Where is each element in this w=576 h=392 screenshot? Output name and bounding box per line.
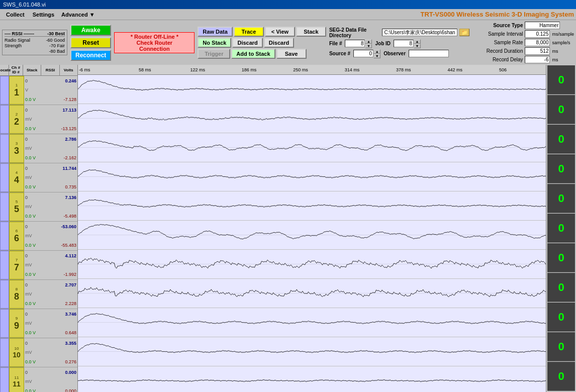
record-duration-input[interactable] <box>525 47 550 55</box>
menu-bar: Collect Settings Advanced ▼ TRT-VS000 Wi… <box>0 9 576 20</box>
header-stack: Stack <box>23 65 41 75</box>
channel-row: 5 5 0 7.136 mV 0.0 V -5.498 <box>0 192 77 222</box>
source-up[interactable]: ▲ <box>373 49 380 54</box>
header-ch: Ch # ID # <box>9 65 23 75</box>
source-spinner[interactable]: ▲ ▼ <box>353 49 380 58</box>
record-duration-label: Record Duration <box>472 48 523 54</box>
locate-button[interactable] <box>0 163 9 192</box>
channel-id: 11 11 <box>9 367 24 392</box>
observer-input[interactable] <box>409 50 449 57</box>
locate-button[interactable] <box>0 192 9 221</box>
locate-button[interactable] <box>0 134 9 163</box>
discard2-button[interactable]: Discard <box>264 38 294 48</box>
channel-data: 0 2.707 mV 0.0 V 2.228 <box>24 280 77 309</box>
job-down[interactable]: ▼ <box>414 44 421 48</box>
trace-row <box>78 75 546 104</box>
locate-button[interactable] <box>0 280 9 309</box>
channel-data: 0 0.246 V 0.0 V -7.128 <box>24 76 77 105</box>
channel-data: 0 4.112 mV 0.0 V -1.992 <box>24 251 77 279</box>
menu-settings[interactable]: Settings <box>29 11 58 19</box>
source-down[interactable]: ▼ <box>373 54 380 58</box>
time-label-0: -6 ms <box>79 67 90 72</box>
locate-button[interactable] <box>0 367 9 392</box>
rssi-panel: ---- RSSI ------- -30 Best Radio Signal … <box>2 30 67 55</box>
trace-row <box>78 162 546 191</box>
menu-advanced[interactable]: Advanced ▼ <box>58 11 98 19</box>
channel-id: 1 1 <box>9 76 24 105</box>
time-label-2: 122 ms <box>190 67 205 72</box>
source-type-input[interactable] <box>525 22 560 29</box>
save-button[interactable]: Save <box>276 49 307 59</box>
time-label-5: 314 ms <box>345 67 360 72</box>
channel-id: 3 3 <box>9 134 24 163</box>
locate-button[interactable] <box>0 338 9 367</box>
stack-value-box: 0 <box>547 125 575 154</box>
reset-button[interactable]: Reset <box>70 37 111 48</box>
channel-data: 0 0.000 mV 0.0 V 0.000 <box>24 367 77 392</box>
menu-collect[interactable]: Collect <box>2 11 29 19</box>
seg2-directory-input[interactable] <box>382 29 457 36</box>
trace-row <box>78 221 546 250</box>
channel-id: 6 6 <box>9 222 24 250</box>
time-label-8: 506 <box>499 67 507 72</box>
file-up[interactable]: ▲ <box>365 39 372 44</box>
trace-row <box>78 250 546 279</box>
job-up[interactable]: ▲ <box>414 39 421 44</box>
connection-buttons: Awake Reset Reconnect <box>70 25 111 61</box>
stack-panel: 00000000000 <box>546 65 576 392</box>
discard1-button[interactable]: Discard <box>232 38 262 48</box>
file-down[interactable]: ▼ <box>365 44 372 48</box>
nostack-button[interactable]: No Stack <box>198 38 231 48</box>
channel-data: 0 7.136 mV 0.0 V -5.498 <box>24 192 77 221</box>
router-status: * Router Off-Line *Check RouterConnectio… <box>114 32 195 53</box>
sample-rate-input[interactable] <box>525 39 550 46</box>
rssi-title-label: ---- RSSI ------- <box>5 31 34 36</box>
time-label-6: 378 ms <box>396 67 411 72</box>
channel-id: 2 2 <box>9 105 24 134</box>
trace-svg <box>78 366 546 392</box>
trace-row <box>78 279 546 308</box>
trace-button[interactable]: Trace <box>234 27 264 37</box>
locate-button[interactable] <box>0 309 9 338</box>
sample-rate-unit: sample/s <box>552 40 570 45</box>
rssi-fair: -70 Fair <box>49 43 65 48</box>
record-delay-unit: ms <box>552 57 558 62</box>
trace-svg <box>78 221 546 249</box>
time-label-1: 58 ms <box>139 67 151 72</box>
router-status-text: * Router Off-Line *Check RouterConnectio… <box>131 34 178 52</box>
trigger-button[interactable]: Trigger <box>198 49 230 59</box>
sample-interval-label: Sample Interval <box>472 31 523 37</box>
stack-button[interactable]: Stack <box>296 27 326 37</box>
job-spinner[interactable]: ▲ ▼ <box>394 39 421 48</box>
channel-row: 1 1 0 0.246 V 0.0 V -7.128 <box>0 76 77 105</box>
locate-button[interactable] <box>0 105 9 134</box>
record-delay-input[interactable] <box>525 56 550 63</box>
locate-button[interactable] <box>0 222 9 250</box>
toolbar: ---- RSSI ------- -30 Best Radio Signal … <box>0 20 576 65</box>
stack-value-box: 0 <box>547 273 575 302</box>
job-input[interactable] <box>394 40 414 47</box>
rawdata-button[interactable]: Raw Data <box>198 27 233 37</box>
reconnect-button[interactable]: Reconnect <box>70 50 111 61</box>
channel-id: 10 10 <box>9 338 24 367</box>
rssi-good: -60 Good <box>46 38 65 43</box>
locate-button[interactable] <box>0 76 9 105</box>
addtostack-button[interactable]: Add to Stack <box>231 49 275 59</box>
file-input[interactable] <box>345 40 365 47</box>
channel-id: 8 8 <box>9 280 24 309</box>
stack-value-box: 0 <box>547 303 575 332</box>
channel-data: 0 3.746 mV 0.0 V 0.648 <box>24 309 77 338</box>
source-input[interactable] <box>353 50 373 57</box>
file-spinner[interactable]: ▲ ▼ <box>345 39 372 48</box>
folder-button[interactable]: 📁 <box>459 29 469 36</box>
sample-rate-label: Sample Rate <box>472 40 523 45</box>
locate-button[interactable] <box>0 251 9 279</box>
view-button[interactable]: < View <box>265 27 295 37</box>
channel-row: 4 4 0 11.744 mV 0.0 V 0.735 <box>0 163 77 192</box>
trace-svg <box>78 250 546 278</box>
sample-interval-input[interactable] <box>525 30 550 38</box>
rssi-signal-label: Radio Signal <box>5 38 30 43</box>
rssi-best: -30 Best <box>47 31 65 36</box>
trace-row <box>78 366 546 392</box>
awake-button[interactable]: Awake <box>70 25 111 36</box>
